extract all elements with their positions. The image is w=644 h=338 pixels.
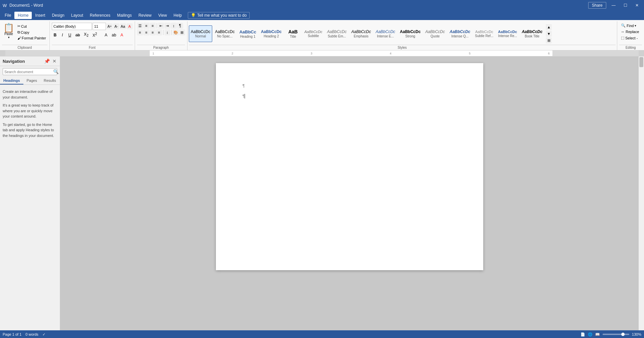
align-center-button[interactable]: ≡: [143, 29, 149, 35]
cut-button[interactable]: ✂ Cut: [16, 23, 47, 29]
border-button[interactable]: ⊞: [179, 29, 185, 35]
menu-design[interactable]: Design: [48, 12, 68, 19]
style-normal[interactable]: AaBbCcDc Normal: [189, 25, 213, 42]
justify-button[interactable]: ≡: [156, 29, 162, 35]
menu-home[interactable]: Home: [14, 12, 32, 19]
menu-help[interactable]: Help: [170, 12, 185, 19]
menu-bar: File Home Insert Design Layout Reference…: [0, 11, 644, 20]
styles-group: AaBbCcDc Normal AaBbCcDc No Spac... AaBb…: [187, 21, 617, 50]
style-intense-quote[interactable]: AaBbCcDc Intense Q...: [447, 25, 472, 42]
tab-results[interactable]: Results: [40, 77, 59, 84]
multilevel-button[interactable]: ≡: [150, 23, 156, 29]
tab-pages[interactable]: Pages: [23, 77, 40, 84]
styles-expand[interactable]: ⊞: [546, 37, 552, 43]
document-area[interactable]: ¶ ¶: [60, 56, 639, 330]
change-case-button[interactable]: Aa: [120, 23, 126, 29]
paragraph-label: Paragraph: [137, 45, 185, 50]
zoom-thumb[interactable]: [621, 333, 625, 336]
style-subtitle[interactable]: AaBbCcDc Subtitle: [302, 25, 325, 42]
tab-headings[interactable]: Headings: [0, 77, 23, 84]
sort-button[interactable]: ↕: [171, 23, 177, 29]
style-intense-em[interactable]: AaBbCcDc Intense E...: [374, 25, 397, 42]
decrease-indent-button[interactable]: ⇤: [158, 23, 164, 29]
underline-button[interactable]: U: [67, 32, 73, 38]
numbering-button[interactable]: ≡: [143, 23, 149, 29]
style-book-title[interactable]: AaBbCcDc Book Title: [520, 25, 544, 42]
bullets-button[interactable]: ☰: [137, 23, 143, 29]
search-input[interactable]: [3, 69, 52, 75]
vertical-scrollbar[interactable]: [639, 56, 644, 330]
close-button[interactable]: ✕: [633, 3, 641, 8]
status-left: Page 1 of 1 0 words ✓: [3, 332, 45, 337]
share-button[interactable]: Share: [588, 2, 606, 9]
nav-close-button[interactable]: ✕: [52, 58, 57, 64]
grow-font-button[interactable]: A+: [107, 23, 113, 29]
menu-layout[interactable]: Layout: [68, 12, 87, 19]
menu-references[interactable]: References: [87, 12, 114, 19]
style-quote[interactable]: AaBbCcDc Quote: [423, 25, 447, 42]
style-strong[interactable]: AaBbCcDc Strong: [398, 25, 423, 42]
style-emphasis[interactable]: AaBbCcDc Emphasis: [349, 25, 373, 42]
spell-check-icon[interactable]: ✓: [42, 332, 45, 337]
para-mark-1: ¶: [243, 83, 245, 88]
minimize-button[interactable]: —: [609, 3, 618, 8]
paste-button[interactable]: 📋 Paste ▾: [2, 23, 15, 40]
ruler-right-corner: [639, 50, 644, 56]
menu-mailings[interactable]: Mailings: [114, 12, 135, 19]
status-bar: Page 1 of 1 0 words ✓ 📄 🌐 📖 130%: [0, 330, 644, 338]
strikethrough-button[interactable]: ab: [74, 32, 82, 38]
font-color-button[interactable]: A: [119, 32, 125, 38]
menu-review[interactable]: Review: [135, 12, 155, 19]
menu-view[interactable]: View: [155, 12, 170, 19]
select-button[interactable]: ⬚ Select -: [619, 35, 642, 41]
paste-label: Paste: [4, 32, 13, 36]
nav-controls: 📌 ✕: [43, 58, 57, 64]
text-highlight-button[interactable]: ab: [110, 32, 118, 38]
style-subtle-em[interactable]: AaBbCcDc Subtle Em...: [325, 25, 349, 42]
increase-indent-button[interactable]: ⇥: [164, 23, 170, 29]
scrollbar-thumb[interactable]: [639, 57, 643, 67]
web-layout-button[interactable]: 🌐: [588, 332, 593, 337]
style-intense-ref[interactable]: AaBbCcDc Intense Re...: [496, 25, 519, 42]
find-button[interactable]: 🔍 Find ▾: [619, 23, 642, 28]
clipboard-group: 📋 Paste ▾ ✂ Cut ⧉ Copy 🖌 Format P: [0, 21, 50, 50]
copy-icon: ⧉: [17, 30, 20, 34]
copy-button[interactable]: ⧉ Copy: [16, 29, 47, 35]
nav-pin-button[interactable]: 📌: [43, 58, 50, 64]
superscript-button[interactable]: X2: [91, 31, 99, 38]
print-layout-button[interactable]: 📄: [581, 332, 585, 337]
style-title[interactable]: AaB Title: [284, 25, 302, 42]
text-effects-button[interactable]: A: [103, 32, 109, 38]
maximize-button[interactable]: ☐: [621, 3, 630, 8]
ribbon: 📋 Paste ▾ ✂ Cut ⧉ Copy 🖌 Format P: [0, 20, 644, 50]
shading-button[interactable]: 🎨: [173, 29, 179, 35]
style-subtle-ref[interactable]: AaBbCcDc Subtle Ref...: [473, 25, 495, 42]
menu-insert[interactable]: Insert: [32, 12, 48, 19]
show-marks-button[interactable]: ¶: [177, 23, 183, 29]
font-name-input[interactable]: [52, 23, 92, 30]
shrink-font-button[interactable]: A-: [113, 23, 119, 29]
style-heading2[interactable]: AaBbCcDc Heading 2: [259, 25, 284, 42]
search-button[interactable]: 🔍: [52, 68, 60, 75]
styles-scroll-down[interactable]: ▼: [546, 31, 552, 37]
nav-title: Navigation: [3, 59, 25, 64]
bold-button[interactable]: B: [52, 32, 58, 38]
styles-scroll-up[interactable]: ▲: [546, 24, 552, 30]
replace-button[interactable]: ↔ Replace: [619, 29, 642, 34]
menu-file[interactable]: File: [1, 12, 14, 19]
style-heading1[interactable]: AaBbCc Heading 1: [237, 25, 258, 42]
italic-button[interactable]: I: [59, 32, 66, 38]
align-right-button[interactable]: ≡: [150, 29, 156, 35]
line-spacing-button[interactable]: ↕: [164, 29, 170, 35]
clear-format-button[interactable]: A: [127, 23, 133, 29]
zoom-slider[interactable]: [603, 334, 629, 335]
read-mode-button[interactable]: 📖: [595, 332, 600, 337]
tell-me-field[interactable]: 💡 Tell me what you want to do: [188, 12, 250, 19]
format-painter-button[interactable]: 🖌 Format Painter: [16, 35, 47, 41]
align-left-button[interactable]: ≡: [137, 29, 143, 35]
subscript-button[interactable]: X2: [82, 31, 90, 38]
nav-help-text-1: Create an interactive outline of your do…: [3, 89, 57, 100]
font-size-input[interactable]: [93, 23, 106, 30]
document-page[interactable]: ¶ ¶: [216, 63, 483, 270]
style-no-spacing[interactable]: AaBbCcDc No Spac...: [213, 25, 237, 42]
